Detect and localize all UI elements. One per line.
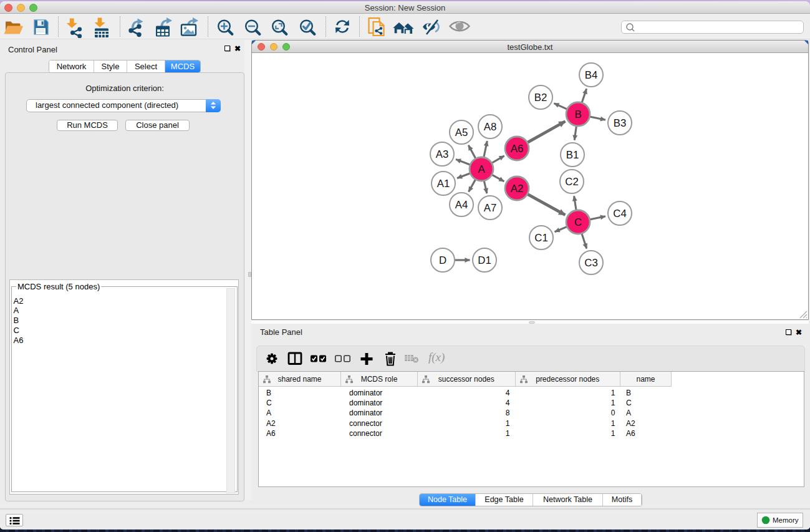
svg-text:B4: B4 [585, 69, 598, 81]
svg-text:D: D [439, 254, 446, 266]
svg-text:A4: A4 [455, 199, 468, 211]
svg-text:A3: A3 [436, 148, 449, 160]
svg-text:B2: B2 [534, 92, 547, 104]
svg-text:D1: D1 [478, 254, 491, 266]
svg-text:A2: A2 [511, 183, 524, 195]
svg-text:C3: C3 [584, 257, 597, 269]
svg-text:C: C [574, 216, 582, 228]
svg-text:A6: A6 [511, 143, 524, 155]
svg-text:A: A [478, 163, 485, 175]
svg-text:A7: A7 [484, 202, 497, 214]
svg-text:B3: B3 [614, 117, 627, 129]
svg-text:A1: A1 [437, 178, 450, 190]
svg-text:B1: B1 [566, 149, 579, 161]
svg-text:A8: A8 [484, 121, 497, 133]
svg-text:C1: C1 [534, 232, 547, 244]
svg-text:A5: A5 [455, 127, 468, 138]
svg-text:B: B [574, 109, 581, 120]
svg-text:C2: C2 [565, 176, 578, 188]
svg-text:C4: C4 [613, 208, 626, 220]
